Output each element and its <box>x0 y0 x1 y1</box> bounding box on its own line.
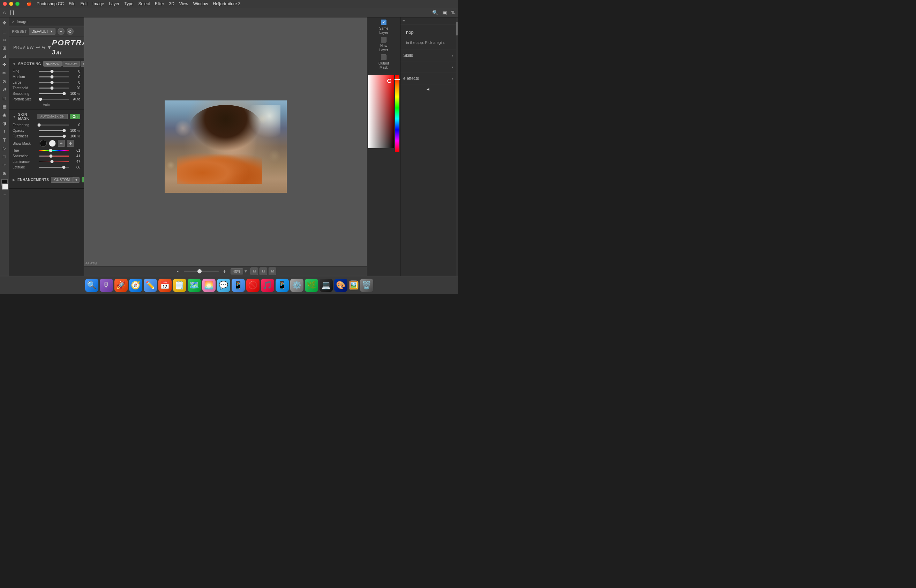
eyedropper-tool[interactable]: ⊿ <box>1 52 8 60</box>
lasso-tool[interactable]: ⌾ <box>1 36 8 43</box>
zoom-display[interactable]: 40% <box>231 268 243 275</box>
background-color[interactable] <box>2 183 8 190</box>
dock-placeholder[interactable]: 🖼️ <box>349 280 359 290</box>
redo-button[interactable]: ↪ <box>42 45 46 50</box>
color-saturation-value[interactable] <box>368 75 394 148</box>
undo-button[interactable]: ↩ <box>36 45 40 50</box>
maximize-button[interactable] <box>15 2 19 6</box>
hue-slider[interactable] <box>39 150 69 151</box>
automask-button[interactable]: AUTOMASK ON <box>37 114 68 119</box>
new-layer-checkbox[interactable] <box>381 37 386 42</box>
dock-maps[interactable]: 🗺️ <box>187 279 201 292</box>
home-icon[interactable]: ⌂ <box>3 10 6 15</box>
dock-safari[interactable]: 🧭 <box>129 279 142 292</box>
text-tool[interactable]: T <box>1 136 8 144</box>
portrait-size-slider[interactable] <box>39 99 69 100</box>
history-brush-tool[interactable]: ↺ <box>1 86 8 94</box>
menu-edit[interactable]: Edit <box>80 2 87 6</box>
fuzziness-slider[interactable] <box>39 136 65 137</box>
dock-cashew[interactable]: 🌿 <box>305 279 318 292</box>
zoom-dropdown-icon[interactable]: ▼ <box>244 269 248 274</box>
custom-button[interactable]: CUSTOM <box>51 177 73 183</box>
gradient-tool[interactable]: ▦ <box>1 103 8 110</box>
arrange-icon[interactable]: ⇅ <box>451 10 455 15</box>
pen-tool[interactable]: ⌇ <box>1 128 8 135</box>
select-tool[interactable]: ⬚ <box>1 27 8 35</box>
hand-tool[interactable]: ☞ <box>1 161 8 169</box>
dock-notes[interactable]: 🗒️ <box>173 279 186 292</box>
enhancements-collapse-icon[interactable]: ▶ <box>13 178 15 182</box>
add-preset-button[interactable]: + <box>58 28 65 35</box>
dock-siri[interactable]: 🎙 <box>100 279 113 292</box>
hue-strip[interactable] <box>395 75 399 152</box>
close-button[interactable] <box>3 2 7 6</box>
saturation-slider[interactable] <box>39 155 69 157</box>
dock-sysprefs[interactable]: ⚙️ <box>290 279 304 292</box>
dock-facetime[interactable]: 📱 <box>232 279 245 292</box>
menu-image[interactable]: Image <box>92 2 104 6</box>
dock-calendar[interactable]: 📅 <box>158 279 171 292</box>
menu-layer[interactable]: Layer <box>109 2 119 6</box>
menu-type[interactable]: Type <box>124 2 133 6</box>
large-slider[interactable] <box>39 82 69 83</box>
pen-plus-mask-button[interactable]: ✚ <box>67 140 74 147</box>
enhancements-on-button[interactable]: On <box>82 177 84 183</box>
same-layer-checkbox[interactable]: ✓ <box>381 19 386 25</box>
zoom-tool[interactable]: ⊕ <box>1 170 8 177</box>
plugin-tab-label[interactable]: Image <box>17 19 27 24</box>
dock-finder[interactable]: 🔍 <box>85 279 99 292</box>
dock-photos[interactable]: 🌅 <box>202 279 216 292</box>
more-tools[interactable]: ··· <box>1 191 8 198</box>
right-scrollbar[interactable] <box>456 18 458 276</box>
skin-mask-collapse-icon[interactable]: ▼ <box>13 115 16 119</box>
preset-settings-button[interactable]: ⚙ <box>66 28 74 35</box>
custom-arrow-button[interactable]: ▼ <box>73 177 79 183</box>
brush-tool[interactable]: ✏ <box>1 69 8 77</box>
compare-view-button[interactable]: ⊠ <box>268 268 276 275</box>
smoothing-collapse-icon[interactable]: ▼ <box>13 62 16 66</box>
menu-3d[interactable]: 3D <box>169 2 174 6</box>
zoom-in-button[interactable]: + <box>221 268 228 275</box>
smoothing-slider[interactable] <box>39 93 65 94</box>
medium-slider[interactable] <box>39 76 69 78</box>
dodge-tool[interactable]: ◑ <box>1 119 8 127</box>
panel-options-icon[interactable]: ≡ <box>402 19 405 23</box>
white-mask-button[interactable] <box>49 140 56 147</box>
strong-button[interactable]: STRONG <box>81 61 84 66</box>
apple-menu[interactable]: 🍎 <box>26 2 32 6</box>
output-mask-checkbox[interactable] <box>381 54 386 60</box>
preset-dropdown[interactable]: DEFAULT ▼ <box>29 28 55 35</box>
stamp-tool[interactable]: ⊙ <box>1 78 8 85</box>
zoom-slider[interactable] <box>184 271 219 272</box>
skin-mask-on-button[interactable]: On <box>70 114 80 119</box>
blur-tool[interactable]: ◉ <box>1 111 8 119</box>
search-icon[interactable]: 🔍 <box>432 10 438 15</box>
minimize-button[interactable] <box>9 2 13 6</box>
preview-toggle[interactable]: ▼ <box>47 45 52 50</box>
ps-divider-item[interactable]: › <box>401 61 456 73</box>
menu-file[interactable]: File <box>69 2 75 6</box>
dock-appstore[interactable]: 📱 <box>276 279 289 292</box>
ps-skills-item[interactable]: Skills › <box>401 50 456 61</box>
menu-filter[interactable]: Filter <box>155 2 164 6</box>
move-tool[interactable]: ✥ <box>1 19 8 26</box>
dock-photoshop[interactable]: 🎨 <box>334 279 347 292</box>
black-mask-button[interactable] <box>40 140 47 147</box>
dock-terminal[interactable]: 💻 <box>320 279 333 292</box>
shape-tool[interactable]: □ <box>1 153 8 160</box>
dock-music[interactable]: 🎵 <box>261 279 274 292</box>
menu-photoshop[interactable]: Photoshop CC <box>37 2 64 6</box>
menu-view[interactable]: View <box>179 2 188 6</box>
opacity-slider[interactable] <box>39 130 65 131</box>
eraser-tool[interactable]: ◻ <box>1 94 8 102</box>
dock-rocket[interactable]: 🚀 <box>115 279 128 292</box>
view-icon[interactable]: ▣ <box>442 10 447 15</box>
fine-slider[interactable] <box>39 71 69 72</box>
close-panel-icon[interactable]: ✕ <box>12 20 15 24</box>
tool-options-icon[interactable]: [ ] <box>10 10 14 15</box>
latitude-slider[interactable] <box>39 167 69 168</box>
medium-button[interactable]: MEDIUM <box>63 61 80 66</box>
dock-messages[interactable]: 💬 <box>217 279 230 292</box>
dock-pencil[interactable]: ✏️ <box>144 279 157 292</box>
luminance-slider[interactable] <box>39 161 69 162</box>
